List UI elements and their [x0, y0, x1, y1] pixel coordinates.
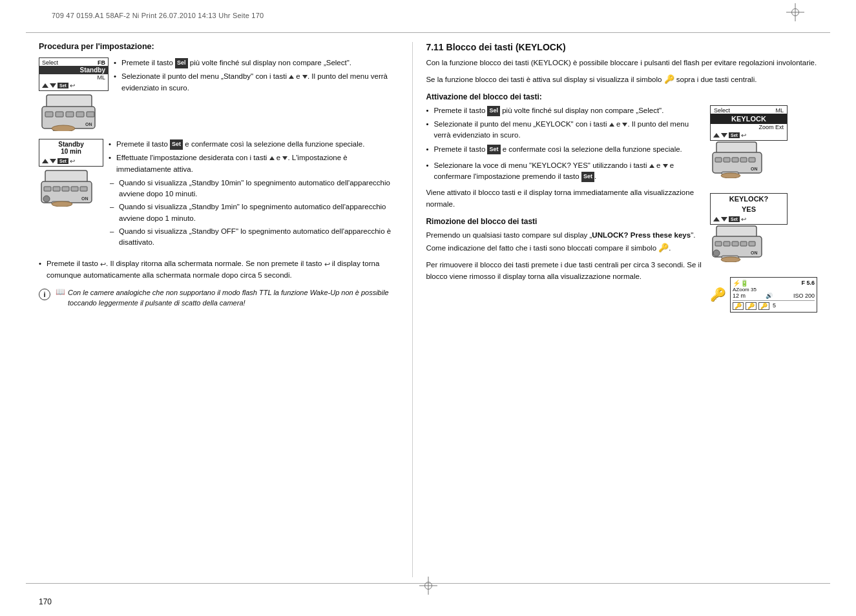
- svg-rect-8: [87, 112, 94, 117]
- return-icon: ↩: [70, 82, 75, 89]
- svg-text:ON: ON: [81, 196, 89, 201]
- keylock-display: Select ML KEYLOCK Zoom Ext Set ↩: [710, 105, 788, 141]
- flash-svg-ky: ON: [710, 225, 771, 262]
- removal-text-2: Per rimuovere il blocco dei tasti premet…: [426, 260, 704, 283]
- svg-rect-36: [724, 241, 730, 246]
- display-standby-10: Standby 10 min Set ↩: [39, 139, 103, 207]
- info-circle-icon: i: [39, 289, 50, 300]
- right-intro-1: Con la funzione blocco dei tasti (KEYLOC…: [426, 57, 817, 69]
- display-ml-label: ML: [39, 74, 108, 81]
- crosshair-bottom: [419, 577, 437, 597]
- svg-rect-28: [740, 158, 747, 162]
- set-button-display-2: Set: [57, 158, 68, 164]
- select-label-kl: Select: [714, 107, 730, 114]
- lock-icon-2: 🔑: [746, 302, 757, 310]
- sub-bullets: Quando si visualizza „Standby 10min" lo …: [109, 178, 399, 249]
- lock-and-status: 🔑 ⚡🔋 F 5.6 AZoom 35 12 m: [710, 277, 817, 313]
- tri-up-inline: [289, 75, 294, 79]
- set-yes: Set: [729, 216, 740, 222]
- flash-icon-status: ⚡🔋: [733, 280, 748, 287]
- flash-device-2: ON: [39, 169, 103, 207]
- svg-rect-16: [62, 187, 69, 191]
- triangle-down-icon-2: [50, 159, 56, 163]
- set-btn-ky: Set: [581, 172, 594, 182]
- bullet-act-3: Premete il tasto Set e confermate così l…: [426, 144, 704, 155]
- crosshair-top: [786, 3, 804, 23]
- keylock-display-top: Select ML: [711, 106, 787, 114]
- note-inner: 📖 Con le camere analogiche che non suppo…: [56, 287, 399, 313]
- display-select-standby: Select FB Standby ML Set ↩: [39, 57, 109, 131]
- tri-down-r: [622, 123, 627, 127]
- sub-bullet-1min: Quando si visualizza „Standby 1min" lo s…: [109, 201, 399, 224]
- svg-rect-25: [715, 158, 722, 162]
- svg-rect-35: [715, 241, 722, 246]
- flash-svg-kl: ON: [710, 141, 771, 178]
- right-intro-2: Se la funzione blocco dei tasti è attiva…: [426, 73, 817, 86]
- svg-point-9: [52, 125, 75, 131]
- set-btn-r1: Set: [487, 145, 500, 155]
- bullet-item: Selezionate il punto del menu „Standby" …: [114, 71, 399, 94]
- removal-subtitle: Rimozione del blocco dei tasti: [426, 217, 704, 226]
- svg-rect-0: [47, 95, 92, 108]
- svg-rect-26: [724, 158, 730, 162]
- tri-up-2: [269, 156, 275, 160]
- set-button-inline: Set: [170, 139, 183, 150]
- return-icon-inline-2: ↩: [324, 259, 330, 270]
- svg-rect-14: [44, 187, 51, 191]
- activation-subtitle: Attivazione del blocco dei tasti:: [426, 92, 817, 101]
- svg-text:ON: ON: [85, 122, 92, 127]
- display-standby-highlighted: Standby: [39, 66, 108, 74]
- right-column: 7.11 Blocco dei tasti (KEYLOCK) Con la f…: [412, 42, 817, 577]
- bullet-keylock-yes: Selezionare la voce di menu "KEYLOCK? YE…: [426, 160, 704, 183]
- section-7-11-title: 7.11 Blocco dei tasti (KEYLOCK): [426, 42, 817, 52]
- svg-text:ON: ON: [751, 251, 758, 255]
- right-displays: Select ML KEYLOCK Zoom Ext Set ↩: [710, 105, 817, 313]
- svg-rect-18: [80, 187, 87, 191]
- right-text: Premete il tasto Sel più volte finché su…: [426, 105, 704, 313]
- illus-block-2: Standby 10 min Set ↩: [39, 139, 399, 251]
- bullet-item: Premete il tasto Sel più volte finché su…: [114, 57, 399, 68]
- display-controls-1: Set ↩: [39, 81, 108, 90]
- sub-bullet-off: Quando si visualizza „Standby OFF" lo sp…: [109, 226, 399, 249]
- tri-up-r: [609, 123, 614, 127]
- svg-rect-37: [732, 241, 738, 246]
- tri-down-2: [282, 156, 287, 160]
- tri-down-kl: [721, 133, 727, 138]
- f-value-status: F 5.6: [801, 280, 815, 286]
- svg-rect-17: [71, 187, 78, 191]
- print-info: 709 47 0159.A1 58AF-2 Ni Print 26.07.201…: [52, 12, 264, 19]
- activation-bullets: Premete il tasto Sel più volte finché su…: [426, 105, 704, 155]
- svg-point-19: [43, 196, 50, 202]
- note-book-icon: 📖: [56, 287, 65, 296]
- status-display-block: 🔑 ⚡🔋 F 5.6 AZoom 35 12 m: [710, 277, 817, 313]
- svg-rect-39: [749, 241, 755, 246]
- iso-status: ISO 200: [793, 293, 815, 299]
- bullet-item-set: Premete il tasto Set e confermate così l…: [109, 139, 399, 150]
- keylock-yes-display: KEYLOCK? YES Set ↩: [710, 193, 788, 225]
- display-keylock-block: Select ML KEYLOCK Zoom Ext Set ↩: [710, 105, 788, 180]
- sel-button-inline: Sel: [175, 58, 188, 68]
- keylock-question: KEYLOCK?: [711, 194, 787, 204]
- lock-icon-1: 🔑: [733, 302, 744, 310]
- note-text: Con le camere analogiche che non support…: [68, 287, 399, 309]
- svg-rect-4: [45, 112, 53, 117]
- distance-status: 12 m: [733, 293, 746, 299]
- svg-text:ON: ON: [751, 167, 758, 171]
- tri-up-kl: [713, 133, 720, 138]
- flash-svg-2: ON: [39, 169, 103, 207]
- svg-point-40: [713, 250, 720, 256]
- unlock-bold: UNLOCK? Press these keys: [592, 231, 691, 239]
- svg-rect-10: [45, 170, 87, 183]
- standby-label: Standby: [39, 139, 103, 148]
- keylock-yes-bullet: Selezionare la voce di menu "KEYLOCK? YE…: [426, 160, 704, 183]
- tri-down-yes: [721, 217, 727, 221]
- tri-down-ky: [663, 164, 668, 168]
- lock-key-symbol: 🔑: [710, 287, 726, 302]
- triangle-up-icon-2: [42, 159, 48, 163]
- azoom-status: AZoom 35: [733, 287, 757, 293]
- keylock-highlighted: KEYLOCK: [711, 114, 787, 124]
- page-container: 709 47 0159.A1 58AF-2 Ni Print 26.07.201…: [0, 0, 856, 616]
- set-kl: Set: [729, 132, 740, 138]
- svg-rect-6: [66, 112, 74, 117]
- return-yes: ↩: [741, 216, 746, 223]
